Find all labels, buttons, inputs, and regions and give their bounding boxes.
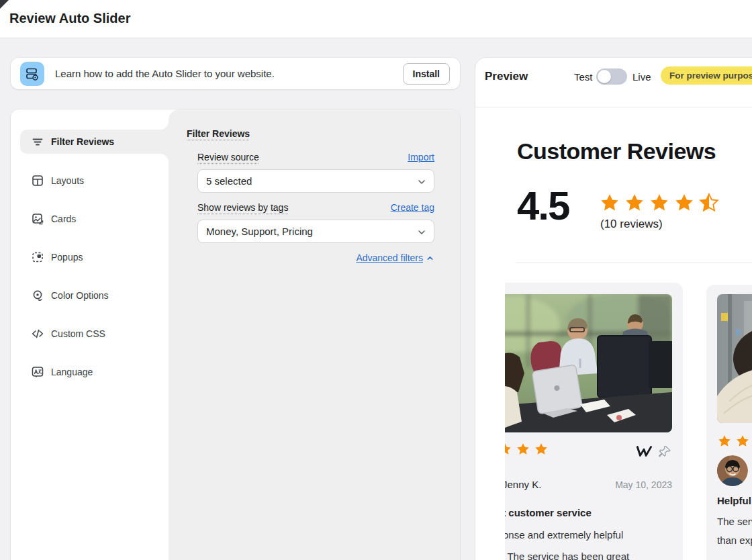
star-icon bbox=[599, 192, 620, 214]
review-body-line: The service was better bbox=[717, 515, 752, 528]
chevron-up-icon bbox=[426, 254, 434, 263]
reviewer-avatar bbox=[717, 455, 748, 486]
review-star-rating bbox=[505, 442, 549, 457]
pin-icon bbox=[658, 445, 672, 459]
star-icon bbox=[649, 192, 670, 214]
w-logo-icon bbox=[635, 444, 653, 459]
average-star-rating bbox=[599, 192, 720, 214]
sidebar-item-color-options[interactable]: Color Options bbox=[31, 287, 165, 304]
preview-title: Preview bbox=[485, 70, 528, 83]
star-icon bbox=[516, 442, 530, 457]
star-icon bbox=[505, 442, 512, 457]
tags-value: Money, Support, Pricing bbox=[206, 226, 313, 237]
import-link[interactable]: Import bbox=[408, 152, 434, 162]
sidebar-item-label: Popups bbox=[51, 252, 83, 263]
install-banner: Learn how to add the Auto Slider to your… bbox=[11, 58, 460, 89]
review-source-value: 5 selected bbox=[206, 175, 252, 187]
sidebar-item-label: Custom CSS bbox=[51, 328, 105, 339]
language-icon bbox=[31, 365, 44, 379]
widget-heading: Customer Reviews bbox=[517, 138, 716, 165]
average-rating: 4.5 bbox=[517, 183, 569, 229]
review-body-line: Response and extremely helpful bbox=[505, 528, 623, 542]
preview-header: Preview Test Live For preview purposes bbox=[475, 58, 752, 107]
chevron-down-icon bbox=[416, 227, 427, 238]
preview-purpose-badge: For preview purposes bbox=[661, 66, 752, 85]
tags-select[interactable]: Money, Support, Pricing bbox=[197, 220, 434, 243]
sidebar-item-filter-reviews[interactable]: Filter Reviews bbox=[31, 134, 165, 150]
color-options-icon bbox=[31, 289, 44, 302]
popups-icon bbox=[31, 250, 44, 264]
sidebar-item-label: Language bbox=[51, 367, 93, 377]
star-icon bbox=[673, 192, 695, 214]
review-source-select[interactable]: 5 selected bbox=[197, 169, 434, 193]
review-card: Helpful and friendly The service was bet… bbox=[706, 285, 752, 560]
review-star-rating bbox=[717, 434, 752, 449]
sidebar-item-label: Filter Reviews bbox=[51, 136, 114, 147]
toggle-live-label: Live bbox=[632, 71, 651, 83]
toggle-test-label: Test bbox=[574, 71, 593, 83]
corner-artifact bbox=[0, 0, 9, 9]
review-source-label: Review source bbox=[197, 152, 259, 162]
review-title: Helpful and friendly bbox=[717, 495, 752, 506]
test-live-toggle[interactable] bbox=[596, 68, 627, 85]
review-body-line: than expected and the bbox=[717, 534, 752, 547]
sidebar-item-layouts[interactable]: Layouts bbox=[31, 173, 165, 189]
chevron-down-icon bbox=[416, 177, 427, 187]
auto-slider-icon bbox=[20, 62, 44, 86]
sidebar-item-popups[interactable]: Popups bbox=[31, 249, 165, 265]
layouts-icon bbox=[31, 174, 44, 187]
banner-text: Learn how to add the Auto Slider to your… bbox=[55, 68, 275, 79]
sidebar-item-cards[interactable]: Cards bbox=[31, 211, 165, 227]
filter-panel: Filter Reviews Review source Import 5 se… bbox=[169, 109, 460, 560]
sidebar-item-label: Cards bbox=[51, 214, 76, 224]
settings-card: Filter Reviews Review source Import 5 se… bbox=[11, 109, 460, 560]
custom-css-icon bbox=[31, 327, 44, 340]
half-star-icon bbox=[698, 192, 720, 214]
create-tag-link[interactable]: Create tag bbox=[391, 202, 434, 213]
filter-panel-heading: Filter Reviews bbox=[187, 128, 250, 139]
review-title: Great customer service bbox=[505, 507, 592, 518]
cards-icon bbox=[31, 212, 44, 226]
divider bbox=[516, 263, 752, 263]
sidebar-item-label: Color Options bbox=[51, 290, 109, 301]
install-button[interactable]: Install bbox=[403, 63, 450, 85]
review-slider: Jenny K. May 10, 2023 Great customer ser… bbox=[505, 275, 752, 560]
review-body-line: team. The service has been great bbox=[505, 550, 629, 560]
tags-label: Show reviews by tags bbox=[197, 202, 288, 213]
review-date: May 10, 2023 bbox=[615, 479, 672, 490]
sidebar-item-custom-css[interactable]: Custom CSS bbox=[31, 326, 165, 342]
review-photo-person bbox=[717, 294, 752, 423]
reviews-count: (10 reviews) bbox=[600, 218, 663, 231]
star-icon bbox=[717, 434, 732, 449]
reviewer-name: Jenny K. bbox=[505, 479, 541, 490]
star-icon bbox=[624, 192, 645, 214]
advanced-filters-link[interactable]: Advanced filters bbox=[356, 252, 434, 263]
page-title: Review Auto Slider bbox=[9, 11, 130, 26]
topbar: Review Auto Slider bbox=[0, 0, 752, 38]
star-icon bbox=[534, 442, 549, 457]
review-card: Jenny K. May 10, 2023 Great customer ser… bbox=[505, 283, 683, 560]
review-photo-office bbox=[505, 294, 672, 432]
star-icon bbox=[735, 434, 750, 449]
toggle-knob bbox=[598, 70, 611, 83]
filter-icon bbox=[31, 135, 44, 148]
sidebar-item-language[interactable]: Language bbox=[31, 364, 165, 380]
sidebar-item-label: Layouts bbox=[51, 175, 84, 186]
